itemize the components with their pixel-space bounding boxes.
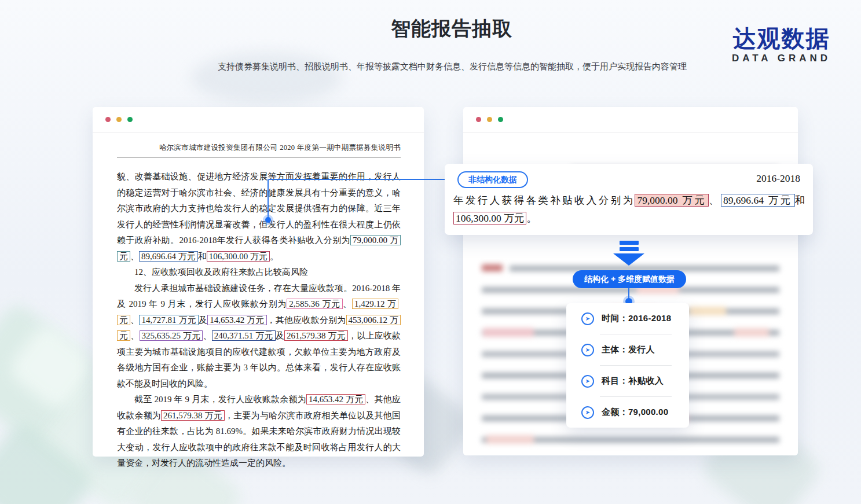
green-dot-icon [498,117,503,122]
extracted-sentence: 年发行人获得各类补贴收入分别为79,000.00 万元、89,696.64 万元… [453,192,805,227]
field-label-value: 科目：补贴收入 [602,376,664,387]
red-dot-icon [105,117,111,122]
page-subtitle: 支持债券募集说明书、招股说明书、年报等披露文档中财务信息、发行信息等信息的智能抽… [218,61,687,72]
extracted-value: 14,727.81 万元 [139,315,198,325]
doc-text: 、 [130,252,139,261]
structured-data-badge[interactable]: 结构化 + 多维度赋值数据 [573,270,686,288]
brand-logo-cn: 达观数据 [732,25,831,51]
doc-text: 及 [276,331,284,340]
page: 智能报告抽取 支持债券募集说明书、招股说明书、年报等披露文档中财务信息、发行信息… [0,0,861,504]
circled-arrow-icon: ➤ [581,375,594,388]
extracted-value: 14,653.42 万元 [306,394,365,404]
document-body: 哈尔滨市城市建设投资集团有限公司 2020 年度第一期中期票据募集说明书 貌、改… [93,133,424,472]
unstructured-data-badge[interactable]: 非结构化数据 [457,171,528,188]
circled-arrow-icon: ➤ [581,406,594,419]
red-dot-icon [476,117,481,122]
field-row-amount: ➤ 金额：79,000.00 [566,397,689,428]
bg-blob [191,52,342,104]
blurred-text-line [483,328,534,337]
doc-text: ，其他应收款分别为 [267,315,346,325]
field-label-value: 主体：发行人 [602,344,655,355]
doc-text: 。 [270,252,279,261]
extracted-value: 2,585.36 万元 [287,299,343,309]
circled-arrow-icon: ➤ [581,312,594,325]
blurred-text-line [486,435,534,444]
circled-arrow-icon: ➤ [581,344,594,356]
extracted-value: 261,579.38 万元 [161,410,225,421]
connector-vertical-line [268,179,269,220]
yellow-dot-icon [116,117,122,122]
anchor-dot-icon [265,217,271,223]
document-paragraph: 发行人承担城市基础设施建设任务，存在大量应收款项。2016-2018 年及 20… [117,281,401,392]
blurred-text-line [482,264,503,271]
green-dot-icon [127,117,133,122]
window-titlebar [463,107,798,133]
down-arrow-icon [620,247,639,251]
blurred-text-line [689,307,726,315]
brand-logo: 达观数据 DATA GRAND [732,25,831,64]
window-titlebar [93,107,424,133]
extracted-value: 106,300.00 万元 [207,251,270,262]
extracted-value: 79,000.00 万元 [635,194,709,207]
unstructured-data-card: 非结构化数据 2016-2018 年发行人获得各类补贴收入分别为79,000.0… [445,164,813,235]
source-document-window: 哈尔滨市城市建设投资集团有限公司 2020 年度第一期中期票据募集说明书 貌、改… [93,107,424,457]
doc-text: 及 [199,315,207,325]
doc-text: 和 [795,194,805,206]
doc-text: 、 [130,315,139,325]
doc-text: 、 [203,331,211,340]
down-arrow-icon [613,253,644,266]
field-row-time: ➤ 时间：2016-2018 [566,303,689,334]
doc-text: 。 [526,212,537,224]
document-paragraphs: 貌、改善基础设施、促进地方经济发展等方面发挥着重要的作用，发行人的稳定运营对于哈… [117,169,401,472]
extracted-value: 240,371.51 万元 [212,330,276,341]
field-label-value: 时间：2016-2018 [602,313,671,324]
connector-horizontal-line [269,179,457,180]
document-paragraph: 截至 2019 年 9 月末，发行人应收账款余额为14,653.42 万元、其他… [117,392,401,472]
doc-text: 截至 2019 年 9 月末，发行人应收账款余额为 [134,395,306,404]
blurred-text-line [734,328,769,337]
document-paragraph: 貌、改善基础设施、促进地方经济发展等方面发挥着重要的作用，发行人的稳定运营对于哈… [117,169,401,264]
doc-text: 、 [343,299,352,308]
extracted-value: 261,579.38 万元 [284,330,348,341]
doc-text: 年发行人获得各类补贴收入分别为 [453,194,635,206]
extracted-value: 89,696.64 万元 [139,251,198,262]
doc-text: 、 [130,331,139,340]
field-row-subject: ➤ 主体：发行人 [566,334,689,365]
field-label-value: 金额：79,000.00 [602,407,668,418]
doc-text: 貌、改善基础设施、促进地方经济发展等方面发挥着重要的作用，发行人的稳定运营对于哈… [117,172,401,245]
extracted-value: 89,696.64 万元 [721,194,795,207]
doc-text: 12、应收款项回收及政府往来款占比较高风险 [134,267,308,277]
period-label: 2016-2018 [756,172,800,185]
down-arrow-icon [620,241,639,245]
document-paragraph: 12、应收款项回收及政府往来款占比较高风险 [117,264,401,281]
yellow-dot-icon [487,117,492,122]
page-title: 智能报告抽取 [391,16,512,42]
structured-fields-card: ➤ 时间：2016-2018 ➤ 主体：发行人 ➤ 科目：补贴收入 ➤ 金额：7… [566,303,689,428]
field-row-account: ➤ 科目：补贴收入 [566,366,689,396]
doc-text: 、 [709,194,721,206]
document-header: 哈尔滨市城市建设投资集团有限公司 2020 年度第一期中期票据募集说明书 [117,141,401,157]
doc-text: 和 [198,252,207,261]
extracted-value: 106,300.00 万元 [453,212,526,225]
brand-logo-en: DATA GRAND [732,53,831,64]
extracted-value: 14,653.42 万元 [207,315,266,325]
extracted-value: 325,635.25 万元 [140,330,203,341]
